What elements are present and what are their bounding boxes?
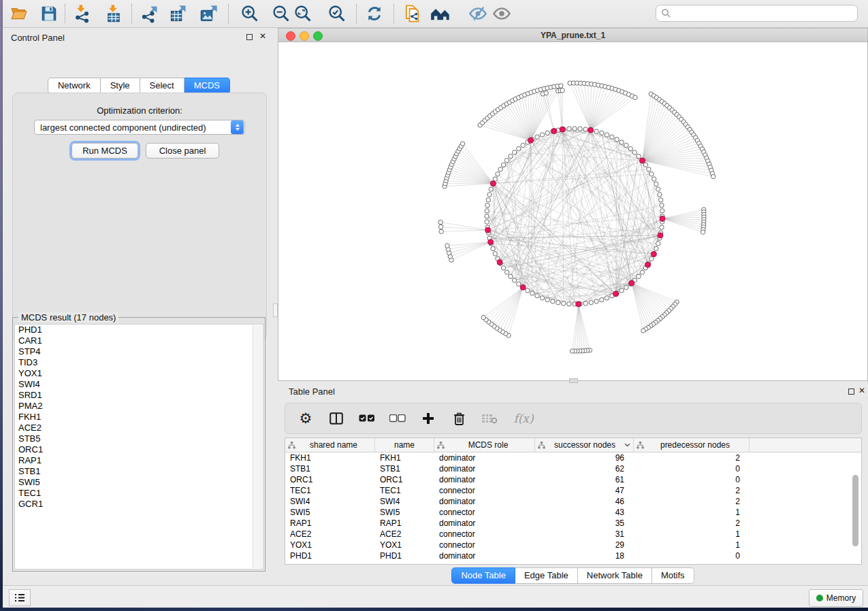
table-cell[interactable]: SWI4 [285, 496, 375, 507]
graph-node[interactable] [501, 266, 505, 270]
table-cell[interactable]: YOX1 [285, 540, 375, 550]
tab-network[interactable]: Network [48, 78, 101, 94]
graph-node[interactable] [512, 150, 516, 154]
graph-node[interactable] [517, 282, 521, 286]
table-cell[interactable]: connector [434, 529, 535, 540]
close-panel-icon[interactable]: ✕ [259, 31, 266, 41]
table-cell[interactable]: 29 [535, 540, 634, 550]
graph-node[interactable] [559, 84, 563, 88]
graph-node[interactable] [445, 244, 449, 248]
table-cell[interactable]: dominator [434, 550, 535, 561]
graph-node[interactable] [521, 143, 525, 147]
table-row[interactable]: ORC1ORC1dominator610 [285, 474, 861, 485]
column-header-MCDS-role[interactable]: MCDS role [434, 438, 535, 452]
graph-dominator-node[interactable] [640, 158, 645, 163]
table-cell[interactable]: 0 [634, 463, 750, 474]
table-cell[interactable]: 31 [535, 529, 634, 540]
table-row[interactable]: FKH1FKH1dominator962 [285, 452, 861, 463]
graph-node[interactable] [637, 274, 641, 278]
table-cell[interactable]: 18 [535, 550, 634, 561]
mcds-result-item[interactable]: GCR1 [15, 499, 263, 510]
graph-node[interactable] [530, 291, 534, 295]
graph-node[interactable] [641, 329, 645, 333]
graph-node[interactable] [485, 209, 489, 213]
graph-node[interactable] [512, 278, 516, 282]
graph-node[interactable] [485, 220, 489, 224]
graph-dominator-node[interactable] [660, 216, 665, 221]
graph-node[interactable] [486, 198, 490, 202]
graph-node[interactable] [460, 142, 464, 146]
graph-node[interactable] [654, 182, 658, 186]
graph-node[interactable] [517, 146, 521, 150]
graph-node[interactable] [643, 163, 647, 167]
graph-node[interactable] [438, 220, 443, 224]
search-input[interactable] [675, 7, 857, 19]
mcds-result-item[interactable]: TID3 [15, 357, 263, 368]
refresh-button[interactable] [363, 3, 386, 24]
table-cell[interactable]: RAP1 [285, 518, 375, 529]
mcds-result-item[interactable]: ORC1 [15, 444, 263, 455]
graph-node[interactable] [610, 135, 614, 139]
table-settings-button[interactable]: ⚙ [298, 410, 314, 427]
table-cell[interactable]: YOX1 [375, 540, 434, 550]
graph-node[interactable] [615, 137, 619, 142]
graph-dominator-node[interactable] [488, 240, 494, 245]
graph-node[interactable] [659, 198, 663, 202]
table-cell[interactable]: 62 [535, 463, 634, 474]
table-cell[interactable]: dominator [434, 463, 535, 474]
graph-node[interactable] [600, 131, 604, 135]
table-cell[interactable]: 1 [634, 529, 750, 540]
table-cell[interactable]: 46 [535, 496, 634, 507]
graph-node[interactable] [660, 209, 664, 213]
graph-dominator-node[interactable] [560, 127, 565, 132]
table-cell[interactable]: SWI4 [375, 496, 434, 507]
delete-column-button[interactable] [451, 410, 467, 427]
graph-node[interactable] [578, 127, 582, 131]
graph-node[interactable] [496, 172, 500, 176]
vertical-splitter[interactable] [272, 28, 278, 582]
close-panel-button[interactable]: Close panel [146, 143, 219, 159]
table-cell[interactable]: RAP1 [375, 518, 434, 529]
graph-node[interactable] [624, 285, 628, 289]
graph-dominator-node[interactable] [576, 301, 581, 307]
import-network-button[interactable] [70, 3, 93, 24]
graph-dominator-node[interactable] [588, 127, 594, 133]
search-field[interactable] [656, 5, 858, 22]
table-cell[interactable]: dominator [434, 452, 535, 463]
criterion-dropdown[interactable]: largest connected component (undirected) [34, 120, 245, 135]
graph-dominator-node[interactable] [551, 129, 557, 134]
graph-node[interactable] [649, 257, 654, 261]
table-cell[interactable]: 1 [634, 507, 750, 518]
graph-node[interactable] [656, 187, 660, 191]
graph-dominator-node[interactable] [485, 227, 491, 233]
create-column-button[interactable] [420, 410, 436, 427]
mcds-result-item[interactable]: SWI4 [15, 379, 263, 390]
graph-node[interactable] [493, 252, 497, 256]
table-scrollbar[interactable] [852, 455, 858, 560]
graph-node[interactable] [583, 301, 588, 306]
duplicate-network-button[interactable] [400, 3, 423, 24]
graph-dominator-node[interactable] [613, 291, 619, 297]
graph-node[interactable] [640, 270, 644, 274]
table-cell[interactable]: TEC1 [375, 485, 434, 496]
mcds-result-item[interactable]: YOX1 [15, 368, 263, 379]
graph-node[interactable] [540, 296, 544, 300]
table-row[interactable]: PHD1PHD1dominator180 [285, 550, 861, 561]
graph-node[interactable] [551, 299, 555, 303]
graph-node[interactable] [485, 203, 489, 208]
zoom-fit-button[interactable] [291, 3, 315, 24]
graph-dominator-node[interactable] [528, 137, 534, 143]
table-cell[interactable]: FKH1 [285, 452, 375, 463]
mcds-result-item[interactable]: ACE2 [15, 423, 263, 433]
table-row[interactable]: YOX1YOX1connector291 [285, 540, 861, 550]
show-all-button[interactable] [490, 3, 513, 24]
graph-node[interactable] [567, 127, 571, 131]
save-session-button[interactable] [37, 3, 61, 24]
mcds-result-item[interactable]: PHD1 [15, 325, 263, 335]
table-cell[interactable]: 35 [535, 518, 634, 529]
table-cell[interactable]: connector [434, 485, 535, 496]
table-cell[interactable]: FKH1 [375, 452, 434, 463]
graph-node[interactable] [701, 230, 705, 234]
graph-node[interactable] [660, 203, 664, 208]
graph-node[interactable] [600, 297, 604, 301]
